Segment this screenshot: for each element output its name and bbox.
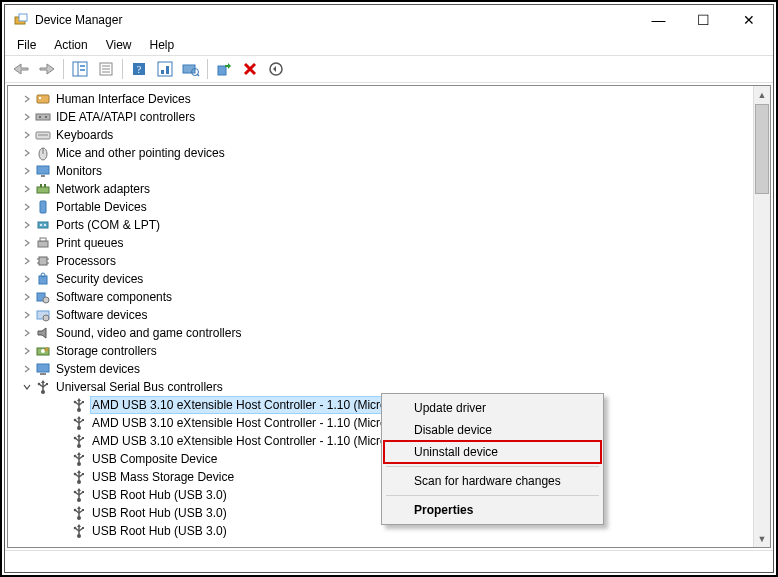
expander-icon[interactable] [20,328,34,338]
tree-item-system[interactable]: System devices [8,360,753,378]
svg-rect-28 [39,97,41,99]
help-button[interactable]: ? [127,58,151,80]
expander-icon[interactable] [20,292,34,302]
ide-icon [34,109,52,125]
expander-icon[interactable] [20,184,34,194]
tree-item-label: IDE ATA/ATAPI controllers [54,108,197,126]
expander-icon[interactable] [20,112,34,122]
menubar: File Action View Help [5,35,773,55]
tree-item-storage[interactable]: Storage controllers [8,342,753,360]
scroll-thumb[interactable] [755,104,769,194]
menu-help[interactable]: Help [142,36,183,54]
mouse-icon [34,145,52,161]
tree-item-ide[interactable]: IDE ATA/ATAPI controllers [8,108,753,126]
scan-hardware-button[interactable] [179,58,203,80]
expander-icon[interactable] [20,94,34,104]
svg-rect-75 [82,401,84,403]
forward-button[interactable] [35,58,59,80]
titlebar: Device Manager — ☐ ✕ [5,5,773,35]
statusbar [5,550,773,572]
toolbar-separator [63,59,64,79]
expander-icon[interactable] [20,202,34,212]
tree-item-sound[interactable]: Sound, video and game controllers [8,324,753,342]
tree-item-portable[interactable]: Portable Devices [8,198,753,216]
tree-item-monitor[interactable]: Monitors [8,162,753,180]
menu-action[interactable]: Action [46,36,95,54]
action-button[interactable] [153,58,177,80]
tree-item-keyboard[interactable]: Keyboards [8,126,753,144]
svg-marker-118 [77,506,81,509]
minimize-button[interactable]: — [636,6,681,34]
maximize-button[interactable]: ☐ [681,6,726,34]
close-button[interactable]: ✕ [726,6,771,34]
uninstall-button[interactable] [238,58,262,80]
expander-icon[interactable] [20,220,34,230]
svg-rect-103 [82,473,84,475]
svg-rect-40 [44,184,46,187]
print-icon [34,235,52,251]
scroll-down-icon[interactable]: ▼ [754,530,770,547]
expander-icon[interactable] [20,364,34,374]
svg-rect-117 [82,509,84,511]
svg-marker-26 [273,66,276,72]
monitor-icon [34,163,52,179]
port-icon [34,217,52,233]
expander-icon[interactable] [20,238,34,248]
svg-rect-6 [80,65,85,67]
svg-rect-45 [38,241,48,247]
tree-item-hid[interactable]: Human Interface Devices [8,90,753,108]
svg-marker-83 [77,416,81,419]
expander-icon[interactable] [20,346,34,356]
svg-rect-110 [82,491,84,493]
svg-point-109 [74,491,77,494]
show-hide-tree-button[interactable] [68,58,92,80]
menu-file[interactable]: File [9,36,44,54]
expander-icon[interactable] [20,130,34,140]
tree-item-cpu[interactable]: Processors [8,252,753,270]
tree-item-swcomp[interactable]: Software components [8,288,753,306]
tree-item-mouse[interactable]: Mice and other pointing devices [8,144,753,162]
context-menu-item[interactable]: Scan for hardware changes [384,470,601,492]
tree-item-label: USB Root Hub (USB 3.0) [90,486,229,504]
svg-marker-90 [77,434,81,437]
svg-rect-96 [82,455,84,457]
tree-item-print[interactable]: Print queues [8,234,753,252]
svg-point-67 [38,383,41,386]
svg-line-19 [197,74,199,76]
svg-rect-37 [41,175,45,177]
context-menu-item[interactable]: Uninstall device [384,441,601,463]
svg-point-88 [74,437,77,440]
svg-marker-111 [77,488,81,491]
svg-rect-42 [38,222,48,228]
expander-icon[interactable] [20,256,34,266]
tree-item-port[interactable]: Ports (COM & LPT) [8,216,753,234]
tree-item-security[interactable]: Security devices [8,270,753,288]
expander-icon[interactable] [20,274,34,284]
update-driver-button[interactable] [212,58,236,80]
svg-rect-41 [40,201,46,213]
properties-button[interactable] [94,58,118,80]
tree-item-label: USB Composite Device [90,450,219,468]
tree-item-label: Sound, video and game controllers [54,324,243,342]
scroll-up-icon[interactable]: ▲ [754,86,770,103]
menu-view[interactable]: View [98,36,140,54]
context-menu-item[interactable]: Update driver [384,397,601,419]
usb-icon [70,451,88,467]
svg-point-81 [74,419,77,422]
tree-item-label: USB Root Hub (USB 3.0) [90,504,229,522]
tree-item-swdev[interactable]: Software devices [8,306,753,324]
svg-rect-20 [218,66,226,75]
hid-icon [34,91,52,107]
tree-item-net[interactable]: Network adapters [8,180,753,198]
context-menu-item[interactable]: Properties [384,499,601,521]
expander-icon[interactable] [20,166,34,176]
svg-text:?: ? [137,64,142,75]
expander-icon[interactable] [20,148,34,158]
enable-button[interactable] [264,58,288,80]
context-menu-item[interactable]: Disable device [384,419,601,441]
svg-marker-3 [40,64,54,74]
expander-icon[interactable] [20,310,34,320]
back-button[interactable] [9,58,33,80]
scrollbar-vertical[interactable]: ▲ ▼ [753,86,770,547]
expander-icon[interactable] [20,382,34,392]
